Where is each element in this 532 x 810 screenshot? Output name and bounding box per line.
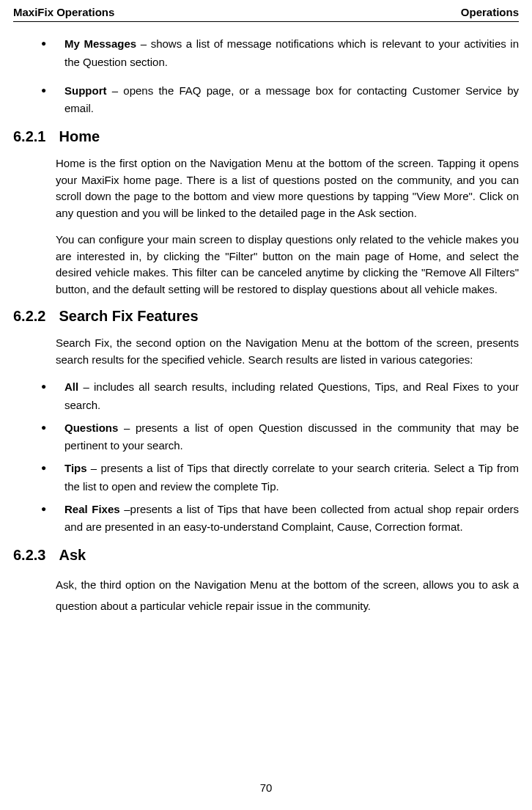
page-header: MaxiFix Operations Operations (13, 6, 519, 22)
section-number: 6.2.2 (13, 308, 45, 325)
list-item: My Messages – shows a list of message no… (64, 35, 519, 72)
list-item: Support – opens the FAQ page, or a messa… (64, 82, 519, 119)
top-bullet-list: My Messages – shows a list of message no… (13, 35, 519, 118)
body-paragraph: Search Fix, the second option on the Nav… (13, 335, 519, 368)
section-number: 6.2.3 (13, 547, 45, 564)
body-paragraph: Home is the first option on the Navigati… (13, 155, 519, 221)
page-content: My Messages – shows a list of message no… (13, 22, 519, 617)
section-title: Home (59, 128, 100, 145)
bullet-term: Questions (64, 421, 118, 434)
section-heading-ask: 6.2.3 Ask (13, 547, 519, 564)
list-item: All – includes all search results, inclu… (64, 378, 519, 415)
search-bullet-list: All – includes all search results, inclu… (13, 378, 519, 537)
bullet-text: – presents a list of open Question discu… (64, 421, 519, 452)
bullet-text: – opens the FAQ page, or a message box f… (64, 84, 519, 115)
bullet-term: All (64, 380, 78, 393)
section-heading-home: 6.2.1 Home (13, 128, 519, 145)
bullet-term: Tips (64, 462, 87, 474)
bullet-term: Real Fixes (64, 503, 120, 515)
bullet-term: My Messages (64, 37, 136, 50)
header-right: Operations (461, 6, 519, 18)
list-item: Real Fixes –presents a list of Tips that… (64, 501, 519, 537)
section-title: Ask (59, 547, 86, 564)
list-item: Tips – presents a list of Tips that dire… (64, 460, 519, 496)
body-paragraph: You can configure your main screen to di… (13, 232, 519, 298)
bullet-text: – includes all search results, including… (64, 380, 519, 411)
page-number: 70 (0, 781, 532, 794)
section-title: Search Fix Features (59, 308, 198, 325)
bullet-term: Support (64, 84, 107, 97)
section-number: 6.2.1 (13, 128, 45, 145)
body-paragraph: Ask, the third option on the Navigation … (13, 574, 519, 617)
bullet-text: –presents a list of Tips that have been … (64, 503, 519, 534)
list-item: Questions – presents a list of open Ques… (64, 419, 519, 456)
section-heading-search: 6.2.2 Search Fix Features (13, 308, 519, 325)
bullet-text: – presents a list of Tips that directly … (64, 462, 519, 493)
header-left: MaxiFix Operations (13, 6, 114, 18)
